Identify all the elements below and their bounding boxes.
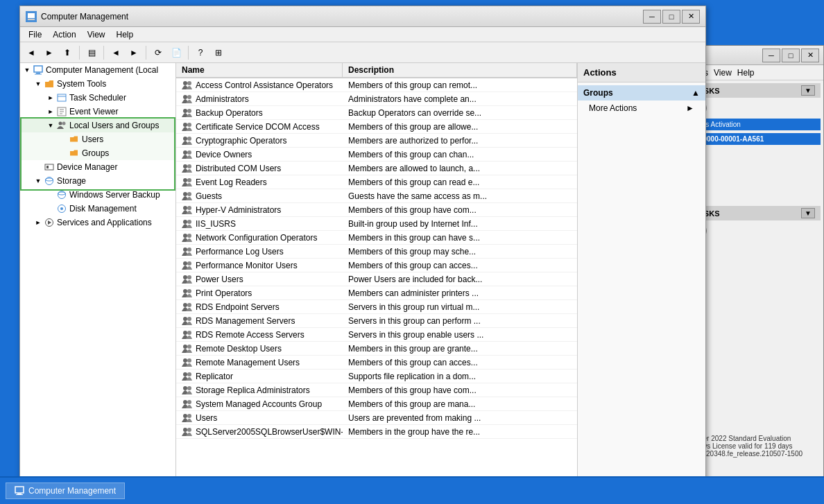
group-name-cell: Power Users <box>176 274 343 285</box>
bg-maximize-button[interactable]: □ <box>782 49 800 62</box>
wsb-icon <box>56 189 67 200</box>
list-row[interactable]: ReplicatorSupports file replication in a… <box>176 370 577 383</box>
tree-node-device-manager[interactable]: ► Device Manager <box>20 160 175 174</box>
tb-help-button[interactable]: ? <box>192 44 209 61</box>
minimize-button[interactable]: ─ <box>643 10 661 24</box>
tree-node-system-tools[interactable]: ▼ System Tools <box>20 77 175 91</box>
tb-back-button[interactable]: ◄ <box>23 44 40 61</box>
list-row[interactable]: GuestsGuests have the same access as m..… <box>176 189 577 203</box>
svg-point-22 <box>183 95 187 99</box>
group-desc-cell: Members are authorized to perfor... <box>343 136 577 146</box>
list-row[interactable]: Remote Desktop UsersMembers in this grou… <box>176 342 577 356</box>
svg-point-50 <box>183 289 187 293</box>
list-row[interactable]: UsersUsers are prevented from making ... <box>176 411 577 425</box>
group-icon <box>182 302 193 313</box>
tree-node-disk-management[interactable]: ► Disk Management <box>20 202 175 216</box>
tb-show-hide-tree-button[interactable]: ▤ <box>83 44 100 61</box>
svg-point-25 <box>187 109 191 113</box>
list-row[interactable]: Backup OperatorsBackup Operators can ove… <box>176 106 577 120</box>
group-name-cell: Device Owners <box>176 149 343 160</box>
list-row[interactable]: SQLServer2005SQLBrowserUser$WIN-1...Memb… <box>176 425 577 439</box>
more-actions-item[interactable]: More Actions ► <box>578 101 705 116</box>
svg-rect-5 <box>35 74 42 75</box>
menu-help[interactable]: Help <box>111 28 139 41</box>
tb-properties-button[interactable]: ⊞ <box>210 44 227 61</box>
svg-point-46 <box>183 261 187 266</box>
maximize-button[interactable]: □ <box>662 10 680 24</box>
group-name-cell: IIS_IUSRS <box>176 218 343 229</box>
tb-forward-button[interactable]: ► <box>41 44 58 61</box>
tree-node-root[interactable]: ▼ Computer Management (Local <box>20 63 175 77</box>
list-row[interactable]: Certificate Service DCOM AccessMembers o… <box>176 120 577 134</box>
menu-view[interactable]: View <box>82 28 111 41</box>
list-row[interactable]: System Managed Accounts GroupMembers of … <box>176 397 577 411</box>
list-row[interactable]: Remote Management UsersMembers of this g… <box>176 356 577 370</box>
tb-up-button[interactable]: ⬆ <box>59 44 76 61</box>
tb-back2-button[interactable]: ◄ <box>108 44 124 61</box>
bg-menu-view[interactable]: View <box>714 68 732 78</box>
tasks-collapse-button-2[interactable]: ▼ <box>801 208 815 218</box>
actions-section-header[interactable]: Groups ▲ <box>578 85 705 101</box>
list-row[interactable]: Hyper-V AdministratorsMembers of this gr… <box>176 203 577 217</box>
svg-rect-6 <box>58 94 66 101</box>
tb-forward2-button[interactable]: ► <box>126 44 142 61</box>
bg-title-bar: ─ □ ✕ <box>686 46 823 65</box>
list-row[interactable]: Cryptographic OperatorsMembers are autho… <box>176 134 577 148</box>
group-desc-cell: Members of this group have com... <box>343 385 577 395</box>
tree-node-event-viewer[interactable]: ► Event Viewer <box>20 105 175 119</box>
window-title: Computer Management <box>41 12 643 21</box>
tree-node-local-users[interactable]: ▼ Local Users and Groups <box>20 119 175 132</box>
tasks-collapse-button[interactable]: ▼ <box>801 85 815 96</box>
tb-refresh-button[interactable]: ⟳ <box>150 44 166 61</box>
tree-node-services-apps[interactable]: ► Services and Applications <box>20 216 175 229</box>
list-row[interactable]: Event Log ReadersMembers of this group c… <box>176 175 577 189</box>
list-row[interactable]: RDS Management ServersServers in this gr… <box>176 314 577 328</box>
list-row[interactable]: AdministratorsAdministrators have comple… <box>176 92 577 106</box>
list-row[interactable]: Storage Replica AdministratorsMembers of… <box>176 383 577 397</box>
list-row[interactable]: Network Configuration OperatorsMembers i… <box>176 231 577 245</box>
group-name-text: Certificate Service DCOM Access <box>196 122 320 132</box>
group-name-text: Users <box>196 413 217 423</box>
tree-node-storage[interactable]: ▼ Storage <box>20 174 175 188</box>
list-row[interactable]: Access Control Assistance OperatorsMembe… <box>176 78 577 92</box>
bg-menu-help[interactable]: Help <box>737 68 755 78</box>
svg-point-61 <box>187 358 191 363</box>
list-row[interactable]: RDS Endpoint ServersServers in this grou… <box>176 300 577 314</box>
group-name-cell: Event Log Readers <box>176 177 343 188</box>
group-name-text: Remote Management Users <box>196 358 300 367</box>
system-tools-expander-icon: ▼ <box>33 78 44 89</box>
tree-node-users[interactable]: ► Users <box>20 132 175 146</box>
list-row[interactable]: Power UsersPower Users are included for … <box>176 272 577 286</box>
list-row[interactable]: Print OperatorsMembers can administer pr… <box>176 286 577 300</box>
bg-minimize-button[interactable]: ─ <box>762 49 780 62</box>
list-row[interactable]: Device OwnersMembers of this group can c… <box>176 148 577 162</box>
root-label: Computer Management (Local <box>46 65 158 75</box>
list-row[interactable]: IIS_IUSRSBuilt-in group used by Internet… <box>176 217 577 231</box>
tree-node-groups[interactable]: ► Groups <box>20 146 175 160</box>
list-row[interactable]: RDS Remote Access ServersServers in this… <box>176 328 577 342</box>
bg-close-button[interactable]: ✕ <box>801 49 819 62</box>
tree-node-task-scheduler[interactable]: ► Task Scheduler <box>20 91 175 105</box>
tree-node-windows-server-backup[interactable]: ► Windows Server Backup <box>20 188 175 202</box>
close-button[interactable]: ✕ <box>682 10 700 24</box>
col-header-description[interactable]: Description <box>343 63 577 77</box>
group-desc-cell: Built-in group used by Internet Inf... <box>343 219 577 229</box>
group-name-text: Distributed COM Users <box>196 164 281 173</box>
svg-point-67 <box>187 400 191 404</box>
list-row[interactable]: Distributed COM UsersMembers are allowed… <box>176 162 577 175</box>
menu-action[interactable]: Action <box>47 28 81 41</box>
svg-point-59 <box>187 345 191 349</box>
svg-rect-3 <box>34 66 42 72</box>
event-viewer-expander-icon: ► <box>45 106 56 117</box>
col-header-name[interactable]: Name <box>176 63 343 77</box>
taskbar-item-computer-mgmt[interactable]: Computer Management <box>6 483 125 499</box>
task-scheduler-icon <box>56 92 67 103</box>
group-desc-cell: Members can administer printers ... <box>343 288 577 298</box>
menu-file[interactable]: File <box>23 28 47 41</box>
svg-point-40 <box>183 220 187 224</box>
group-desc-cell: Members of this group can remot... <box>343 80 577 90</box>
list-row[interactable]: Performance Monitor UsersMembers of this… <box>176 259 577 272</box>
list-row[interactable]: Performance Log UsersMembers of this gro… <box>176 245 577 259</box>
tb-export-button[interactable]: 📄 <box>168 44 184 61</box>
svg-rect-74 <box>16 494 23 495</box>
